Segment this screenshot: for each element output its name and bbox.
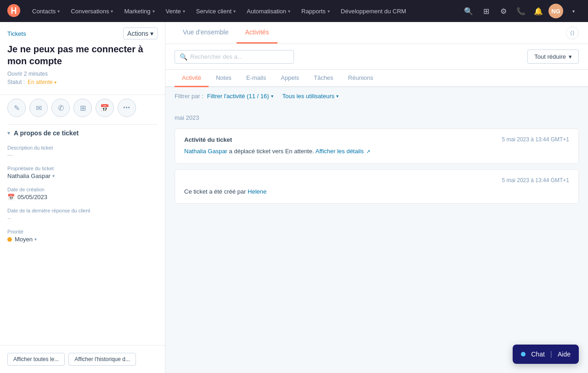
activity-tab-notes[interactable]: Notes [209, 70, 239, 87]
nav-vente[interactable]: Vente ▾ [161, 5, 190, 17]
field-owner: Propriétaire du ticket Nathalia Gaspar ▾ [7, 162, 158, 183]
activity-tab-emails[interactable]: E-mails [239, 70, 273, 87]
status-row: Statut : En attente ▾ [7, 79, 158, 85]
bottom-buttons: Afficher toutes le... Afficher l'histori… [0, 345, 165, 373]
priority-dot-icon [7, 237, 12, 242]
nav-right-actions: 🔍 ⊞ ⚙ 📞 🔔 NG ▾ [461, 4, 581, 18]
collapse-panel-button[interactable]: ⟨⟩ [566, 27, 579, 39]
filter-label: Filtrer par : [175, 93, 204, 100]
card-header-1: Activité du ticket 5 mai 2023 à 13:44 GM… [184, 136, 569, 143]
activity-tab-reunions[interactable]: Réunions [341, 70, 381, 87]
nav-conversations[interactable]: Conversations ▾ [66, 5, 118, 17]
chevron-down-icon: ▾ [57, 9, 60, 14]
schedule-button[interactable]: 📅 [96, 99, 114, 117]
right-panel: Vue d'ensemble Activités ⟨⟩ 🔍 Tout rédui… [165, 22, 588, 373]
chat-widget[interactable]: Chat | Aide [513, 345, 579, 364]
priority-select[interactable]: Moyen ▾ [15, 236, 37, 243]
chevron-down-icon: ▾ [153, 9, 155, 14]
about-section: ▾ A propos de ce ticket Description du t… [0, 124, 165, 246]
activity-tabs: Activité Notes E-mails Appels Tâches Réu… [165, 70, 588, 87]
field-label-creation-date: Date de création [7, 187, 158, 192]
log-activity-button[interactable]: ⊞ [74, 99, 92, 117]
call-button[interactable]: ✆ [51, 99, 70, 117]
field-label-owner: Propriétaire du ticket [7, 166, 158, 171]
search-input[interactable] [190, 53, 289, 60]
tickets-breadcrumb[interactable]: Tickets [7, 30, 26, 37]
show-history-button[interactable]: Afficher l'historique d... [68, 353, 136, 366]
field-label-last-response: Date de la dernière réponse du client [7, 208, 158, 213]
nav-automatisation[interactable]: Automatisation ▾ [242, 5, 295, 17]
card-time-1: 5 mai 2023 à 13:44 GMT+1 [502, 136, 569, 143]
nav-crm[interactable]: Développement du CRM [336, 5, 411, 17]
details-link-1[interactable]: Afficher les détails ↗ [315, 148, 370, 155]
activity-card-2: 5 mai 2023 à 13:44 GMT+1 Ce ticket a été… [175, 169, 579, 204]
more-actions-button[interactable]: ••• [118, 99, 136, 117]
chevron-down-icon: ▾ [271, 94, 273, 99]
activity-tab-activite[interactable]: Activité [175, 70, 209, 87]
left-panel: Tickets Actions ▾ Je ne peux pas me conn… [0, 22, 165, 373]
action-icons-row: ✎ ✉ ✆ ⊞ 📅 ••• [0, 95, 165, 124]
about-section-header[interactable]: ▾ A propos de ce ticket [7, 124, 158, 141]
field-value-last-response: -- [7, 215, 158, 222]
tab-vue-ensemble[interactable]: Vue d'ensemble [175, 22, 237, 44]
create-note-button[interactable]: ✎ [7, 99, 26, 117]
chevron-down-icon: ▾ [34, 237, 37, 242]
nav-service-client[interactable]: Service client ▾ [192, 5, 240, 17]
date-field-value: 📅 05/05/2023 [7, 194, 158, 200]
chevron-down-icon: ▾ [150, 30, 153, 37]
filter-row: Filtrer par : Filtrer l'activité (11 / 1… [165, 87, 588, 105]
panel-tabs: Vue d'ensemble Activités ⟨⟩ [165, 22, 588, 44]
card-body-text-2: Ce ticket a été créé par [184, 188, 246, 195]
search-box: 🔍 [175, 50, 294, 64]
notifications-icon[interactable]: 🔔 [531, 4, 546, 18]
owner-select[interactable]: Nathalia Gaspar ▾ [7, 173, 158, 179]
tab-activites[interactable]: Activités [237, 22, 277, 44]
chat-help-label: Aide [558, 351, 571, 358]
chevron-down-icon[interactable]: ▾ [566, 4, 581, 18]
person-link-1[interactable]: Nathalia Gaspar [184, 148, 227, 155]
owner-value: Nathalia Gaspar [7, 173, 51, 179]
show-all-button[interactable]: Afficher toutes le... [7, 353, 65, 366]
nav-marketing[interactable]: Marketing ▾ [119, 5, 159, 17]
nav-rapports[interactable]: Rapports ▾ [297, 5, 334, 17]
month-label: mai 2023 [175, 114, 579, 121]
calendar-icon: 📅 [7, 194, 15, 200]
priority-badge: Moyen ▾ [7, 236, 158, 243]
apps-icon[interactable]: ⊞ [479, 4, 493, 18]
chevron-down-icon: ▾ [233, 9, 236, 14]
field-creation-date: Date de création 📅 05/05/2023 [7, 183, 158, 204]
chevron-down-icon: ▾ [183, 9, 185, 14]
avatar[interactable]: NG [548, 4, 563, 18]
card-type-1: Activité du ticket [184, 136, 232, 143]
nav-contacts[interactable]: Contacts ▾ [28, 5, 64, 17]
card-body-text-1: a déplacé ticket vers En attente. [229, 148, 316, 155]
filter-users-button[interactable]: Tous les utilisateurs ▾ [283, 93, 339, 100]
search-icon: 🔍 [180, 53, 187, 61]
ticket-opened-label: Ouvrir 2 minutes [7, 71, 158, 77]
activity-card-1: Activité du ticket 5 mai 2023 à 13:44 GM… [175, 128, 579, 164]
chevron-down-icon: ▾ [336, 94, 339, 99]
breadcrumb-row: Tickets Actions ▾ [7, 28, 158, 39]
send-email-button[interactable]: ✉ [29, 99, 48, 117]
reduce-button[interactable]: Tout réduire ▾ [527, 50, 579, 64]
status-label: Statut : [7, 79, 25, 85]
chevron-down-icon: ▾ [288, 9, 290, 14]
activity-tab-taches[interactable]: Tâches [306, 70, 341, 87]
status-badge[interactable]: En attente ▾ [28, 79, 57, 85]
search-icon[interactable]: 🔍 [461, 4, 476, 18]
settings-icon[interactable]: ⚙ [496, 4, 511, 18]
field-label-description: Description du ticket [7, 145, 158, 150]
actions-button[interactable]: Actions ▾ [123, 28, 158, 39]
field-label-priority: Priorité [7, 229, 158, 234]
activity-content: mai 2023 Activité du ticket 5 mai 2023 à… [165, 105, 588, 373]
hubspot-logo[interactable] [7, 4, 20, 18]
phone-icon[interactable]: 📞 [514, 4, 528, 18]
chevron-down-icon: ▾ [54, 80, 57, 85]
card-time-2: 5 mai 2023 à 13:44 GMT+1 [502, 177, 569, 184]
creator-link[interactable]: Helene [248, 188, 266, 195]
field-last-response: Date de la dernière réponse du client -- [7, 204, 158, 225]
filter-activity-button[interactable]: Filtrer l'activité (11 / 16) ▾ [207, 93, 273, 100]
card-body-2: Ce ticket a été créé par Helene [184, 187, 569, 196]
toolbar-row: 🔍 Tout réduire ▾ [165, 44, 588, 70]
activity-tab-appels[interactable]: Appels [273, 70, 306, 87]
